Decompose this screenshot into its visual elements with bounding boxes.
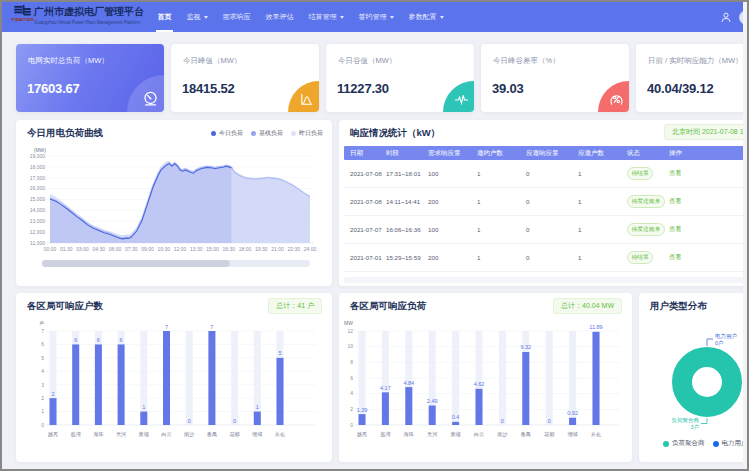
donut-legend-item-2[interactable]: 电力用户 [713, 439, 746, 448]
nav-item-2[interactable]: 监视 [179, 2, 215, 32]
chart-rect [72, 344, 79, 425]
view-link[interactable]: 查看 [669, 253, 681, 260]
cell-accepted-users: 1 [578, 226, 627, 233]
load-curve-chart[interactable]: (MW)11,00012,00013,00014,00015,00016,000… [22, 148, 324, 280]
chart-text: 6 [74, 337, 77, 343]
chart-text: 17,000 [30, 175, 46, 181]
kpi-card-3: 今日谷值（MW）11227.30 [326, 44, 474, 112]
kpi-corner-wedge [127, 75, 164, 112]
user-badge-icon[interactable] [721, 12, 731, 23]
response-stats-panel: 响应情况统计（kW） 北京时间 2021-07-08 18: 日期时段需求响应量… [339, 120, 745, 286]
kpi-value: 11227.30 [337, 81, 389, 96]
cell-status: 待发送账单 [627, 223, 669, 236]
cell-demand: 200 [428, 254, 477, 261]
district-load-title: 各区局可响应负荷 [350, 300, 426, 313]
chart-rect [186, 331, 193, 425]
legend-item-3[interactable]: 昨日负荷 [291, 129, 323, 138]
chart-polyline [707, 339, 713, 346]
chart-rect [50, 398, 57, 425]
chart-text: 11,000 [30, 240, 45, 246]
legend-label: 负荷聚合商 [672, 439, 705, 448]
chart-text: 白云 [161, 431, 171, 438]
page-vertical-scrollbar[interactable] [743, 2, 747, 469]
chart-text: 负荷聚合商 [672, 417, 700, 424]
logo-bar [14, 9, 22, 11]
chart-rect [452, 422, 459, 425]
chart-rect [231, 331, 238, 425]
cell-period: 14:11~14:41 [386, 198, 428, 205]
cell-status: 待发送账单 [627, 195, 669, 208]
cell-date: 2021-07-01 [350, 254, 386, 261]
pulse-icon [454, 92, 469, 107]
cell-accepted: 0 [526, 226, 578, 233]
legend-label: 基线负荷 [259, 129, 283, 138]
chart-rect [359, 414, 366, 425]
chart-rect [593, 332, 600, 425]
nav-item-label: 结算管理 [309, 12, 337, 22]
chart-circle [614, 96, 616, 98]
cell-demand: 200 [428, 198, 477, 205]
nav-item-7[interactable]: 参数配置 [401, 2, 451, 32]
logo-bar [23, 14, 30, 16]
chart-text: 花都 [544, 431, 555, 438]
user-type-donut-chart[interactable]: 电力用户0户负荷聚合商3户 [649, 315, 745, 435]
chart-text: 0户 [715, 340, 724, 346]
nav-item-3[interactable]: 需求响应 [215, 2, 258, 32]
chart-rect [429, 405, 436, 425]
chart-text: 4.62 [474, 381, 485, 387]
chart-circle [150, 98, 152, 100]
chart-text: 12,000 [30, 229, 46, 235]
chevron-down-icon [340, 16, 344, 19]
chevron-down-icon [440, 16, 444, 19]
cell-demand: 100 [428, 226, 477, 233]
view-link[interactable]: 查看 [669, 197, 681, 204]
logo-caption: 中国南方电网 [10, 19, 35, 23]
chart-rect [546, 331, 553, 425]
chart-text: 黄埔 [139, 431, 149, 437]
nav-item-4[interactable]: 效果评估 [258, 2, 301, 32]
table-row-3[interactable]: 2021-07-0716:06~16:36100101待发送账单查看 [344, 216, 745, 244]
kpi-card-2: 今日峰值（MW）18415.52 [171, 44, 319, 112]
district-load-bar-chart[interactable]: MW0246810121.39越秀4.17荔湾4.84海珠2.49天河0.4黄埔… [339, 317, 629, 455]
chart-rect [118, 344, 125, 425]
column-header: 状态 [627, 149, 669, 158]
chart-text: 09:00 [141, 246, 154, 252]
legend-label: 昨日负荷 [299, 129, 323, 138]
chart-rect [254, 331, 261, 425]
table-row-1[interactable]: 2021-07-0817:31~18:01100101待结算查看 [344, 160, 745, 188]
kpi-card-5: 日前 / 实时响应能力（MW）40.04/39.12 [636, 44, 745, 112]
chart-text: 11.89 [589, 324, 602, 330]
status-badge: 待结算 [627, 251, 653, 264]
table-row-4[interactable]: 2021-07-0115:29~15:59200101待结算查看 [344, 244, 745, 272]
chart-text: 9.32 [520, 344, 531, 350]
chart-text: 06:00 [109, 246, 122, 252]
table-horizontal-scrollbar[interactable] [344, 277, 745, 283]
donut-legend-item-1[interactable]: 负荷聚合商 [663, 439, 705, 448]
cell-invited: 1 [477, 198, 526, 205]
view-link[interactable]: 查看 [669, 169, 681, 176]
cell-invited: 1 [477, 226, 526, 233]
cell-action: 查看 [669, 197, 745, 206]
load-curve-legend: 今日负荷基线负荷昨日负荷 [211, 129, 323, 138]
cell-invited: 1 [477, 254, 526, 261]
chart-rect [405, 387, 412, 425]
view-link[interactable]: 查看 [669, 225, 681, 232]
chart-text: 从化 [591, 431, 601, 438]
nav-item-6[interactable]: 签约管理 [351, 2, 401, 32]
district-users-bar-chart[interactable]: 户012345672越秀6荔湾6海珠6天河1黄埔7白云0南沙7番禺0花都1增城5… [16, 317, 328, 455]
nav-item-1[interactable]: 首页 [150, 2, 179, 32]
nav-item-5[interactable]: 结算管理 [301, 2, 351, 32]
chart-text: 南沙 [497, 431, 508, 438]
chart-text: 07:30 [125, 246, 138, 252]
logo-bar [23, 8, 30, 10]
table-row-2[interactable]: 2021-07-0814:11~14:41200101待发送账单查看 [344, 188, 745, 216]
chart-text: 6 [41, 341, 44, 347]
legend-item-1[interactable]: 今日负荷 [211, 129, 243, 138]
kpi-card-1: 电网实时总负荷（MW）17603.67 [16, 44, 164, 112]
chart-text: 22:30 [287, 246, 300, 252]
district-users-panel: 各区局可响应户数 总计：41 户 户012345672越秀6荔湾6海珠6天河1黄… [16, 293, 332, 462]
chart-text: 2 [350, 406, 353, 412]
legend-item-2[interactable]: 基线负荷 [251, 129, 283, 138]
user-icon-head [724, 13, 728, 17]
chart-text: 海珠 [93, 431, 103, 438]
